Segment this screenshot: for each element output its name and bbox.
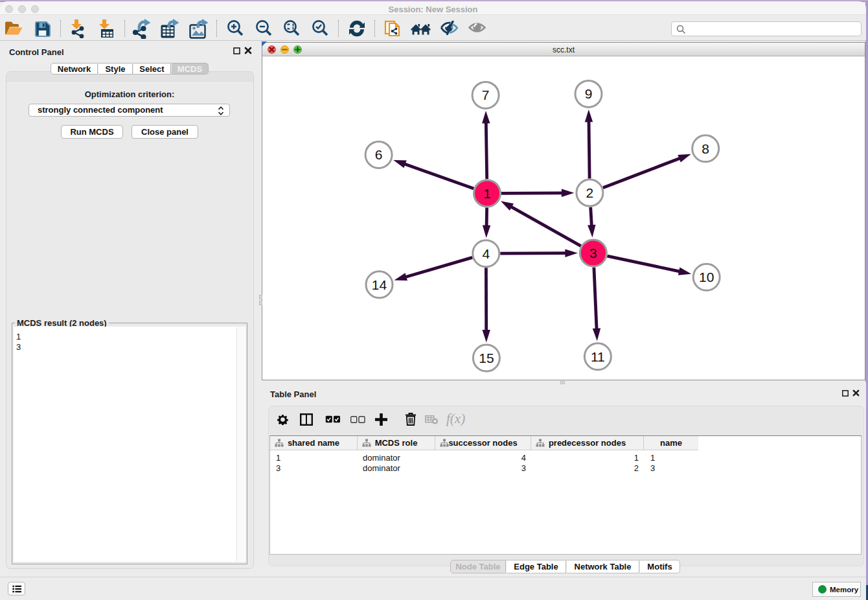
svg-text:7: 7 — [482, 87, 490, 102]
svg-text:9: 9 — [585, 86, 593, 101]
svg-text:4: 4 — [482, 246, 490, 261]
svg-text:14: 14 — [372, 277, 387, 292]
svg-text:6: 6 — [375, 147, 383, 162]
svg-text:8: 8 — [702, 141, 709, 156]
svg-text:3: 3 — [589, 246, 597, 260]
svg-text:1: 1 — [483, 186, 491, 201]
svg-text:11: 11 — [591, 349, 605, 364]
svg-text:10: 10 — [699, 270, 714, 284]
svg-text:2: 2 — [586, 185, 594, 200]
svg-text:15: 15 — [479, 351, 494, 365]
